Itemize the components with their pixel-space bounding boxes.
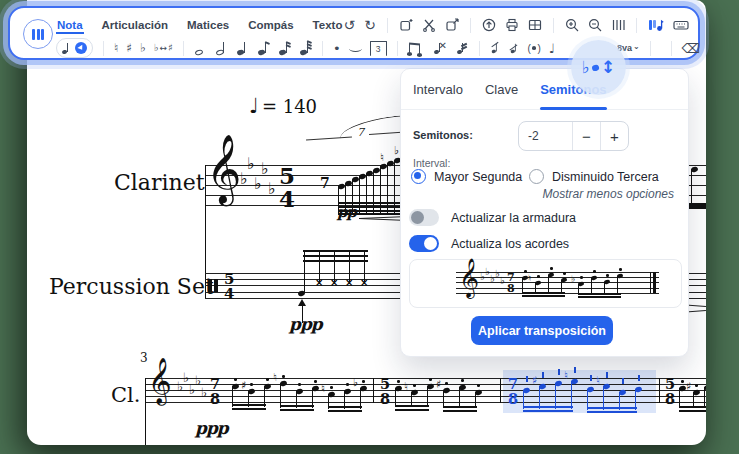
thirtysecond-note-button[interactable] (299, 40, 312, 57)
page-layout-icon[interactable] (528, 18, 542, 32)
whole-note-button[interactable] (194, 40, 207, 57)
tab-compas[interactable]: Compás (247, 16, 294, 34)
notation-glyph (429, 378, 432, 381)
notation-glyph (413, 384, 416, 387)
notation-glyph (362, 380, 365, 383)
undo-icon[interactable]: ↺ (343, 18, 355, 32)
notation-glyph (537, 275, 540, 278)
quarter-note-button[interactable] (236, 40, 249, 57)
beam-notes-button[interactable] (408, 40, 424, 56)
toolbar-tabs: Nota Articulación Matices Compás Texto (56, 16, 343, 34)
transpose-tool-button[interactable]: ♭ ↕ (571, 40, 626, 95)
redo-icon[interactable]: ↻ (364, 18, 376, 32)
divider (479, 41, 480, 56)
treble-clef-icon[interactable]: 𝄞 (148, 360, 172, 400)
print-icon[interactable] (505, 18, 519, 32)
time-signature[interactable]: 5 8 (665, 377, 675, 406)
tempo-marking[interactable]: ♩ = 140 (249, 96, 317, 117)
accidental-glyph: ♭ (394, 145, 399, 156)
notation-glyph (445, 382, 448, 385)
toggle-update-chords[interactable] (409, 235, 439, 252)
toggle-row-acordes: Actualiza los acordes (409, 235, 569, 252)
fit-width-icon[interactable] (611, 18, 625, 32)
time-signature[interactable]: 5 4 (224, 272, 234, 302)
semitones-stepper: -2 − + (518, 121, 629, 151)
tab-matices[interactable]: Matices (186, 16, 230, 34)
half-note-button[interactable] (215, 40, 228, 57)
divider (636, 18, 637, 33)
barline (373, 378, 374, 403)
tuplet-button[interactable]: 3 (370, 41, 387, 56)
tab-nota[interactable]: Nota (56, 16, 84, 34)
sixteenth-note-button[interactable] (278, 40, 291, 57)
final-barline-thick (653, 272, 656, 293)
toggle-key-signature[interactable] (409, 209, 439, 226)
parenthesized-note-button[interactable]: () (528, 43, 541, 54)
enharmonic-button[interactable]: ♭ ↔ ♯ (154, 43, 173, 53)
treble-clef-icon: 𝄞 (459, 260, 479, 294)
radio-mayor-segunda[interactable]: Mayor Segunda (411, 169, 522, 184)
decrement-button[interactable]: − (573, 122, 601, 150)
divider (322, 41, 323, 56)
grace-note-slash-button[interactable] (509, 41, 520, 55)
radio-disminuido-tercera[interactable]: Disminuido Tercera (529, 169, 659, 184)
notation-glyph (319, 252, 320, 284)
copy-icon[interactable] (445, 18, 459, 32)
notation-glyph (606, 372, 608, 378)
show-less-options-link[interactable]: Mostrar menos opciones (543, 187, 674, 201)
time-signature[interactable]: 5 4 (279, 164, 295, 210)
notation-glyph (542, 372, 544, 378)
increment-button[interactable]: + (601, 122, 628, 150)
tab-intervalo[interactable]: Intervalo (413, 69, 463, 109)
accidental-glyph: ♮ (564, 370, 568, 381)
tab-texto[interactable]: Texto (312, 16, 344, 34)
dynamic-ppp[interactable]: ppp (289, 314, 322, 334)
notation-glyph (282, 375, 285, 378)
tremolo-button[interactable] (454, 40, 469, 56)
dynamic-ppp[interactable]: ppp (195, 418, 228, 438)
notation-glyph (622, 378, 624, 384)
notation-glyph (443, 406, 477, 408)
export-icon[interactable] (482, 18, 496, 32)
tie-button[interactable] (349, 45, 362, 52)
remove-note-button[interactable]: ✕ (432, 40, 446, 56)
notation-glyph (679, 406, 706, 408)
note-input-toggle[interactable] (56, 38, 93, 58)
piano-panel-toggle[interactable] (23, 19, 53, 49)
accidental-glyph: ♮ (273, 372, 277, 383)
tab-clave[interactable]: Clave (485, 69, 518, 109)
time-signature[interactable]: 5 8 (380, 377, 390, 406)
sharp-button[interactable]: ♯ (126, 42, 132, 54)
zoom-in-icon[interactable] (565, 18, 579, 32)
percussion-clef-icon[interactable] (208, 279, 212, 292)
flat-icon: ♭ (500, 276, 505, 286)
natural-button[interactable]: ♮ (114, 42, 118, 54)
notation-glyph (303, 260, 368, 262)
notation-glyph (334, 252, 335, 284)
apply-transposition-button[interactable]: Aplicar transposición (471, 316, 613, 345)
instruments-panel-icon[interactable] (648, 18, 664, 32)
time-signature[interactable]: 7 8 (210, 377, 220, 406)
augmentation-dot-button[interactable]: • (333, 42, 341, 55)
treble-clef-icon[interactable]: 𝄞 (206, 138, 241, 198)
delete-backspace-button[interactable]: ⌫ (682, 42, 700, 55)
notation-glyph (232, 408, 266, 410)
notation-glyph (691, 169, 692, 204)
time-signature-selected[interactable]: 7 8 (508, 377, 518, 406)
flat-button[interactable]: ♭ (140, 42, 146, 54)
accidental-glyph: ♮ (380, 152, 384, 163)
quarter-note-icon: ♩ (249, 96, 259, 117)
cut-icon[interactable] (422, 18, 436, 32)
zoom-out-icon[interactable] (588, 18, 602, 32)
flat-icon: ♭ (490, 274, 495, 284)
paste-add-icon[interactable] (399, 18, 413, 32)
keyboard-shortcuts-icon[interactable] (673, 18, 689, 32)
grace-note-button[interactable] (490, 41, 501, 55)
notation-glyph (234, 378, 237, 381)
stem-direction-button[interactable]: ♩ (549, 42, 555, 55)
notation-glyph (280, 409, 314, 411)
divider (397, 41, 398, 56)
semitones-input[interactable]: -2 (519, 122, 573, 150)
eighth-note-button[interactable] (257, 40, 270, 57)
tab-articulacion[interactable]: Articulación (101, 16, 169, 34)
